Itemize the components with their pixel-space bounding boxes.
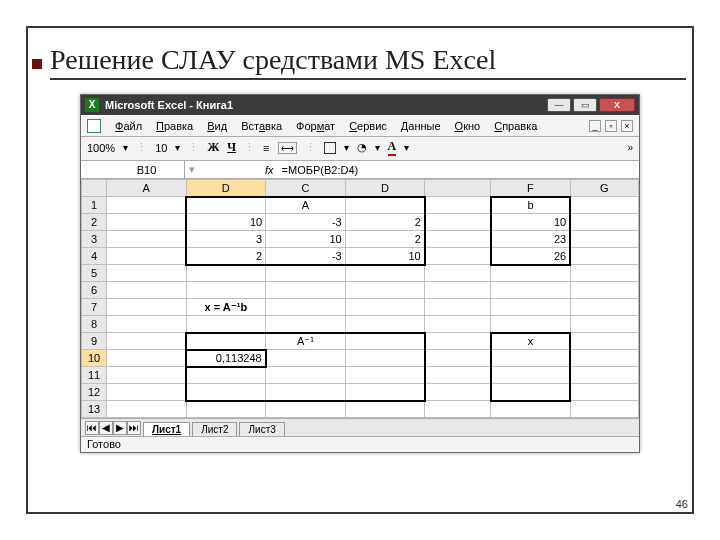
menu-edit[interactable]: Правка	[156, 120, 193, 132]
bold-button[interactable]: Ж	[207, 140, 219, 155]
row-2: 2 10 -3 2 10	[82, 214, 639, 231]
col-header-B[interactable]: D	[186, 180, 266, 197]
align-center-icon[interactable]: ≡	[263, 142, 269, 154]
cell-C1[interactable]: A	[266, 197, 346, 214]
cell-D4[interactable]: 10	[345, 248, 425, 265]
prev-sheet-icon: ◀	[99, 421, 113, 435]
col-header-E[interactable]	[425, 180, 491, 197]
toolbar-sep4: ⋮	[305, 141, 316, 154]
row-8: 8	[82, 316, 639, 333]
title-bullet	[32, 59, 42, 69]
toolbar-overflow-icon[interactable]: »	[627, 142, 633, 153]
sheet-nav-arrows[interactable]: ⏮◀▶⏭	[85, 421, 141, 435]
toolbar: 100% ▾ ⋮ 10 ▾ ⋮ Ж Ч ⋮ ≡ ⟷ ⋮ ▾ ◔ ▾ A ▾ »	[81, 137, 639, 161]
row-4: 4 2 -3 10 26	[82, 248, 639, 265]
cell-B2[interactable]: 10	[186, 214, 266, 231]
zoom-dropdown-icon[interactable]: ▾	[123, 142, 128, 153]
row-13: 13	[82, 401, 639, 418]
cell-D3[interactable]: 2	[345, 231, 425, 248]
menu-insert[interactable]: Вставка	[241, 120, 282, 132]
formula-bar: B10 ▾ fx =МОБР(B2:D4)	[81, 161, 639, 179]
menu-bar: Файл Правка Вид Вставка Формат Сервис Да…	[81, 115, 639, 137]
fill-dropdown-icon[interactable]: ▾	[375, 142, 380, 153]
toolbar-sep2: ⋮	[188, 141, 199, 154]
row-12: 12	[82, 384, 639, 401]
cell-D2[interactable]: 2	[345, 214, 425, 231]
name-box[interactable]: B10	[81, 161, 185, 178]
fx-button[interactable]: fx	[259, 164, 280, 176]
cell-F9-x-label[interactable]: x	[491, 333, 571, 350]
toolbar-sep3: ⋮	[244, 141, 255, 154]
slide-frame: Решение СЛАУ средствами MS Excel X Micro…	[26, 26, 694, 514]
doc-restore-button[interactable]: ▫	[605, 120, 617, 132]
cell-B7-eq-label[interactable]: x = A⁻¹b	[186, 299, 266, 316]
next-sheet-icon: ▶	[113, 421, 127, 435]
menu-format[interactable]: Формат	[296, 120, 335, 132]
col-header-F[interactable]: F	[491, 180, 571, 197]
menu-file[interactable]: Файл	[115, 120, 142, 132]
doc-close-button[interactable]: ×	[621, 120, 633, 132]
cell-B4[interactable]: 2	[186, 248, 266, 265]
font-size[interactable]: 10	[155, 142, 167, 154]
merge-center-icon[interactable]: ⟷	[278, 142, 297, 154]
row-11: 11	[82, 367, 639, 384]
tab-sheet3[interactable]: Лист3	[239, 422, 284, 436]
cell-B3[interactable]: 3	[186, 231, 266, 248]
row-5: 5	[82, 265, 639, 282]
col-header-D[interactable]: D	[345, 180, 425, 197]
tab-sheet1[interactable]: Лист1	[143, 422, 190, 436]
menu-tools[interactable]: Сервис	[349, 120, 387, 132]
zoom-level[interactable]: 100%	[87, 142, 115, 154]
menu-help[interactable]: Справка	[494, 120, 537, 132]
row-1: 1 A b	[82, 197, 639, 214]
underline-button[interactable]: Ч	[227, 140, 236, 155]
first-sheet-icon: ⏮	[85, 421, 99, 435]
menu-view[interactable]: Вид	[207, 120, 227, 132]
name-box-dropdown-icon[interactable]: ▾	[185, 163, 199, 176]
slide-page-number: 46	[676, 498, 688, 510]
borders-dropdown-icon[interactable]: ▾	[344, 142, 349, 153]
cell-F1[interactable]: b	[491, 197, 571, 214]
formula-input[interactable]: =МОБР(B2:D4)	[280, 164, 639, 176]
toolbar-sep1: ⋮	[136, 141, 147, 154]
col-header-A[interactable]: A	[107, 180, 187, 197]
cell-B10-selected[interactable]: 0,113248	[186, 350, 266, 367]
fontsize-dropdown-icon[interactable]: ▾	[175, 142, 180, 153]
cell-C4[interactable]: -3	[266, 248, 346, 265]
close-button[interactable]: X	[599, 98, 635, 112]
menu-window[interactable]: Окно	[455, 120, 481, 132]
row-6: 6	[82, 282, 639, 299]
sheet-tabs-bar: ⏮◀▶⏭ Лист1 Лист2 Лист3	[81, 418, 639, 436]
menu-data[interactable]: Данные	[401, 120, 441, 132]
fontcolor-dropdown-icon[interactable]: ▾	[404, 142, 409, 153]
tab-sheet2[interactable]: Лист2	[192, 422, 237, 436]
font-color-icon[interactable]: A	[388, 139, 397, 156]
minimize-button[interactable]: —	[547, 98, 571, 112]
titlebar: X Microsoft Excel - Книга1 — ▭ X	[81, 95, 639, 115]
col-header-G[interactable]: G	[570, 180, 638, 197]
spreadsheet-grid[interactable]: A D C D F G 1 A b 2 10	[81, 179, 639, 418]
select-all-corner[interactable]	[82, 180, 107, 197]
col-header-C[interactable]: C	[266, 180, 346, 197]
row-header-1[interactable]: 1	[82, 197, 107, 214]
window-title: Microsoft Excel - Книга1	[105, 99, 547, 111]
last-sheet-icon: ⏭	[127, 421, 141, 435]
row-7: 7 x = A⁻¹b	[82, 299, 639, 316]
cell-C9-ainv-label[interactable]: A⁻¹	[266, 333, 346, 350]
status-bar: Готово	[81, 436, 639, 452]
maximize-button[interactable]: ▭	[573, 98, 597, 112]
borders-icon[interactable]	[324, 142, 336, 154]
excel-app-icon: X	[85, 98, 99, 112]
excel-window: X Microsoft Excel - Книга1 — ▭ X Файл Пр…	[80, 94, 640, 453]
cell-B1	[186, 197, 266, 214]
cell-C3[interactable]: 10	[266, 231, 346, 248]
cell-C2[interactable]: -3	[266, 214, 346, 231]
document-icon	[87, 119, 101, 133]
doc-minimize-button[interactable]: _	[589, 120, 601, 132]
slide-title: Решение СЛАУ средствами MS Excel	[50, 38, 686, 80]
cell-F4[interactable]: 26	[491, 248, 571, 265]
row-9: 9 A⁻¹ x	[82, 333, 639, 350]
cell-F3[interactable]: 23	[491, 231, 571, 248]
cell-F2[interactable]: 10	[491, 214, 571, 231]
fill-color-icon[interactable]: ◔	[357, 141, 367, 154]
